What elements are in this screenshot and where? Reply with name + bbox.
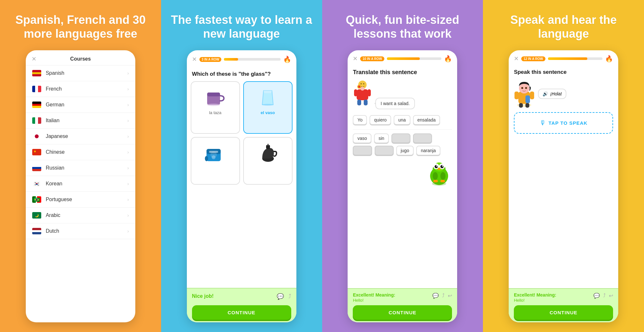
chip-yo[interactable]: Yo (353, 115, 367, 125)
italian-flag (32, 117, 41, 124)
svg-point-15 (363, 83, 364, 84)
panel-4-title: Speak and hear the language (493, 13, 634, 41)
quiz-option-pot[interactable] (243, 137, 293, 185)
progress-fill (548, 57, 587, 60)
list-item[interactable]: Spanish › (26, 65, 135, 81)
russian-flag (32, 165, 41, 171)
lang-name-portuguese: Portuguese (46, 197, 127, 202)
chevron-right-icon: › (127, 86, 129, 92)
chevron-right-icon: › (127, 181, 129, 186)
bookmark-icon[interactable]: ↩ (609, 293, 613, 299)
chip-quiero[interactable]: quiero (370, 115, 391, 125)
chevron-right-icon: › (127, 165, 129, 171)
quiz-option-vaso[interactable]: el vaso (243, 81, 293, 134)
quiz-options: la taza el vaso (187, 81, 296, 184)
panel-1: Spanish, French and 30 more languages fr… (0, 0, 161, 332)
microphone-icon: 🎙 (540, 119, 546, 127)
nice-job-bar: Nice job! 💬 ⤴ CONTINUE (187, 288, 296, 322)
bank-jugo[interactable]: jugo (396, 146, 414, 155)
svg-point-38 (432, 182, 446, 186)
list-item[interactable]: Chinese › (26, 144, 135, 160)
spanish-flag (32, 70, 41, 76)
svg-rect-46 (530, 92, 534, 99)
bank-vaso[interactable]: vaso (353, 133, 371, 143)
comment-icon[interactable]: 💬 (593, 293, 600, 299)
speech-bubble: I want a salad. (375, 98, 415, 109)
german-flag (32, 102, 41, 108)
hola-bubble: 🔊 ¡Hola! (538, 89, 566, 99)
duo-mascot-area (348, 157, 457, 186)
list-item[interactable]: French › (26, 81, 135, 97)
comment-icon[interactable]: 💬 (432, 293, 439, 299)
quiz-option-bag[interactable] (191, 137, 240, 185)
svg-point-8 (212, 155, 216, 159)
list-item[interactable]: 🌙 Arabic › (26, 208, 135, 223)
bookmark-icon[interactable]: ↩ (448, 293, 452, 299)
chevron-right-icon: › (127, 134, 129, 139)
quiz-top: ✕ 3 IN A ROW 🔥 (187, 50, 296, 68)
lang-name-german: German (46, 102, 127, 108)
quiz-option-taza[interactable]: la taza (191, 81, 240, 134)
progress-bar (387, 57, 442, 60)
character-icon (353, 80, 372, 109)
courses-title: Courses (70, 56, 91, 62)
list-item[interactable]: Japanese › (26, 129, 135, 144)
speak-top: ✕ 12 IN A ROW 🔥 (509, 50, 618, 66)
continue-button-speak[interactable]: CONTINUE (514, 305, 613, 320)
close-icon[interactable]: ✕ (353, 55, 358, 62)
chip-ensalada[interactable]: ensalada (413, 115, 440, 125)
svg-point-3 (262, 104, 273, 106)
excellent-text-speak: Excellent! Meaning: (514, 292, 556, 298)
svg-rect-41 (525, 95, 530, 103)
bank-filled-3: ____ (353, 146, 372, 155)
lang-name-korean: Korean (46, 181, 127, 187)
share-icon[interactable]: ⤴ (288, 293, 291, 300)
continue-button[interactable]: CONTINUE (353, 305, 452, 320)
nice-job-icons: 💬 ⤴ (277, 293, 291, 300)
excellent-bar: Excellent! Meaning: Hello! 💬 ⤴ ↩ CONTINU… (348, 288, 457, 322)
character-area: I want a salad. (348, 80, 457, 112)
portuguese-flag: 🇧🇷 (32, 196, 41, 203)
hola-text: ¡Hola! (550, 91, 562, 96)
panel-3-phone: ✕ 10 IN A ROW 🔥 Translate this sentence (348, 50, 457, 322)
japanese-flag (32, 133, 41, 140)
glass-icon (255, 86, 281, 108)
close-icon[interactable]: ✕ (192, 56, 197, 63)
list-item[interactable]: Italian › (26, 113, 135, 129)
bank-sin[interactable]: sin (374, 133, 389, 143)
speak-character-area: 🔊 ¡Hola! (509, 79, 618, 112)
chip-una[interactable]: una (394, 115, 410, 125)
close-icon[interactable]: ✕ (514, 55, 519, 62)
share-icon[interactable]: ⤴ (442, 293, 445, 299)
svg-rect-48 (525, 103, 529, 108)
svg-rect-20 (357, 100, 361, 105)
svg-point-42 (519, 83, 529, 93)
svg-rect-7 (209, 151, 218, 153)
list-item[interactable]: 🇰🇷 Korean › (26, 176, 135, 192)
comment-icon[interactable]: 💬 (277, 293, 284, 300)
mug-icon (202, 86, 228, 108)
french-flag (32, 86, 41, 92)
chevron-right-icon: › (127, 102, 129, 107)
list-item[interactable]: 🇧🇷 Portuguese › (26, 192, 135, 208)
lang-name-japanese: Japanese (46, 133, 127, 139)
continue-button[interactable]: CONTINUE (192, 305, 291, 320)
panel-2: The fastest way to learn a new language … (161, 0, 322, 332)
tap-to-speak-box[interactable]: 🎙 TAP TO SPEAK (514, 112, 613, 134)
panel-3-title: Quick, fun bite-sized lessons that work (332, 13, 474, 41)
svg-point-32 (442, 165, 443, 167)
arabic-flag: 🌙 (32, 212, 41, 219)
list-item[interactable]: Russian › (26, 160, 135, 176)
coffee-pot-icon (255, 142, 281, 164)
bank-naranja[interactable]: naranja (416, 146, 440, 155)
chevron-right-icon: › (127, 150, 129, 155)
share-icon[interactable]: ⤴ (603, 293, 606, 299)
list-item[interactable]: Dutch › (26, 223, 135, 239)
close-icon[interactable]: ✕ (32, 55, 36, 63)
panel-4-phone: ✕ 12 IN A ROW 🔥 Speak this sentence (509, 50, 618, 322)
speaker-icon[interactable]: 🔊 (543, 91, 548, 96)
list-item[interactable]: German › (26, 97, 135, 113)
progress-bar (224, 58, 280, 61)
lang-name-dutch: Dutch (46, 228, 127, 234)
lang-name-spanish: Spanish (46, 70, 127, 76)
